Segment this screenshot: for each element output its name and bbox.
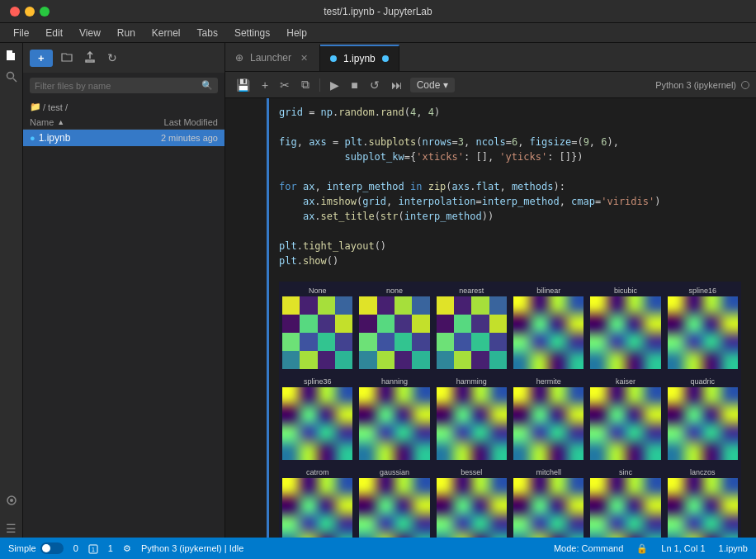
cell-type-selector[interactable]: Code ▾ — [410, 78, 456, 92]
files-icon[interactable] — [2, 46, 21, 64]
gear-icon[interactable]: ⚙ — [123, 543, 131, 554]
toggle-thumb — [42, 544, 50, 552]
kernel-status-label: Python 3 (ipykernel) | Idle — [141, 543, 244, 553]
status-right: Mode: Command 🔒 Ln 1, Col 1 1.ipynb — [554, 543, 748, 554]
restart-button[interactable]: ↺ — [366, 76, 384, 94]
cell-body[interactable]: grid = np.random.rand(4, 4) fig, axs = p… — [267, 98, 756, 538]
svg-text:1: 1 — [92, 547, 95, 552]
svg-rect-1 — [8, 56, 13, 57]
file-name-label: 1.ipynb — [39, 132, 127, 144]
titlebar: test/1.ipynb - JupyterLab — [0, 0, 756, 23]
window-controls — [10, 7, 50, 17]
breadcrumb: 📁 / test / — [23, 98, 224, 116]
svg-rect-2 — [8, 58, 12, 59]
extensions-icon[interactable] — [2, 491, 21, 509]
chevron-down-icon: ▾ — [443, 79, 448, 91]
add-cell-button[interactable]: + — [258, 76, 272, 94]
separator — [319, 78, 320, 92]
sidebar-toolbar: + ↻ — [23, 43, 224, 73]
search-magnifier-icon: 🔍 — [201, 80, 213, 91]
simple-toggle[interactable]: Simple — [8, 542, 64, 554]
cut-button[interactable]: ✂ — [276, 76, 294, 94]
editor-toolbar: 💾 + ✂ ⧉ ▶ ■ ↺ ⏭ Code ▾ Python 3 (ipykern… — [225, 72, 756, 98]
filename-label: 1.ipynb — [719, 543, 748, 553]
tab-status-dot — [382, 55, 389, 62]
modified-column-header[interactable]: Last Modified — [127, 117, 218, 127]
lock-icon: 🔒 — [636, 543, 648, 554]
main-layout: ☰ + ↻ 🔍 📁 / test / — [0, 43, 756, 538]
svg-rect-0 — [8, 54, 13, 55]
main-content: ⊕ Launcher ✕ 1.ipynb 💾 + ✂ ⧉ ▶ ■ ↺ ⏭ Cod… — [225, 43, 756, 538]
menu-kernel[interactable]: Kernel — [145, 26, 187, 40]
menu-edit[interactable]: Edit — [39, 26, 69, 40]
close-button[interactable] — [10, 7, 20, 17]
svg-point-6 — [10, 499, 13, 502]
launcher-icon: ⊕ — [235, 52, 243, 64]
save-button[interactable]: 💾 — [232, 76, 254, 94]
sidebar: + ↻ 🔍 📁 / test / Name ▲ — [23, 43, 225, 538]
property-inspector-icon[interactable]: ☰ — [2, 519, 21, 538]
menu-view[interactable]: View — [73, 26, 107, 40]
menu-run[interactable]: Run — [111, 26, 142, 40]
file-item-1ipynb[interactable]: ● 1.ipynb 2 minutes ago — [23, 130, 224, 146]
app-title: test/1.ipynb - JupyterLab — [324, 6, 432, 17]
search-bar: 🔍 — [30, 78, 218, 93]
name-column-header[interactable]: Name ▲ — [30, 117, 127, 127]
maximize-button[interactable] — [40, 7, 50, 17]
copy-button[interactable]: ⧉ — [297, 75, 314, 94]
file-modified-label: 2 minutes ago — [127, 133, 218, 143]
search-icon[interactable] — [2, 68, 21, 86]
tab-bar: ⊕ Launcher ✕ 1.ipynb — [225, 43, 756, 72]
menu-help[interactable]: Help — [280, 26, 314, 40]
file-icon: ● — [30, 133, 35, 143]
menu-settings[interactable]: Settings — [228, 26, 276, 40]
interrupt-button[interactable]: ■ — [347, 76, 361, 94]
cell-number-label: 0 — [73, 543, 78, 553]
mode-command-label: Mode: Command — [554, 543, 623, 553]
tab-close-launcher[interactable]: ✕ — [298, 52, 309, 64]
search-input[interactable] — [35, 81, 201, 91]
cell-count-badge: 1 — [88, 542, 98, 553]
restart-run-button[interactable]: ⏭ — [387, 76, 407, 94]
menu-tabs[interactable]: Tabs — [191, 26, 224, 40]
code-cell-1: grid = np.random.rand(4, 4) fig, axs = p… — [225, 98, 756, 538]
position-label: Ln 1, Col 1 — [661, 543, 705, 553]
refresh-button[interactable]: ↻ — [104, 50, 120, 66]
new-file-button[interactable]: + — [30, 50, 53, 67]
breadcrumb-path[interactable]: / test / — [43, 102, 68, 112]
toggle-track — [40, 542, 64, 554]
breadcrumb-folder-icon: 📁 — [30, 102, 41, 112]
status-left: Simple 0 1 1 ⚙ Python 3 (ipykernel) | Id… — [8, 542, 243, 554]
notebook-area[interactable]: grid = np.random.rand(4, 4) fig, axs = p… — [225, 98, 756, 538]
menubar: File Edit View Run Kernel Tabs Settings … — [0, 23, 756, 43]
minimize-button[interactable] — [25, 7, 35, 17]
tab-launcher[interactable]: ⊕ Launcher ✕ — [225, 45, 320, 71]
menu-file[interactable]: File — [7, 26, 35, 40]
svg-point-3 — [7, 73, 13, 79]
kernel-status-icon — [741, 81, 749, 89]
kernel-label: Python 3 (ipykernel) — [655, 80, 749, 90]
upload-button[interactable] — [81, 50, 99, 67]
tab-1ipynb[interactable]: 1.ipynb — [320, 45, 399, 71]
tab-dot-icon — [330, 55, 337, 62]
cell-output — [269, 275, 756, 538]
statusbar: Simple 0 1 1 ⚙ Python 3 (ipykernel) | Id… — [0, 538, 756, 559]
code-editor[interactable]: grid = np.random.rand(4, 4) fig, axs = p… — [269, 98, 756, 275]
open-folder-button[interactable] — [58, 50, 76, 67]
svg-line-4 — [13, 78, 17, 82]
activity-bar: ☰ — [0, 43, 23, 538]
file-list-header: Name ▲ Last Modified — [23, 116, 224, 130]
run-button[interactable]: ▶ — [326, 76, 343, 94]
sort-arrow-icon: ▲ — [57, 118, 64, 126]
cell-gutter — [225, 98, 267, 538]
plot-canvas — [279, 282, 741, 538]
